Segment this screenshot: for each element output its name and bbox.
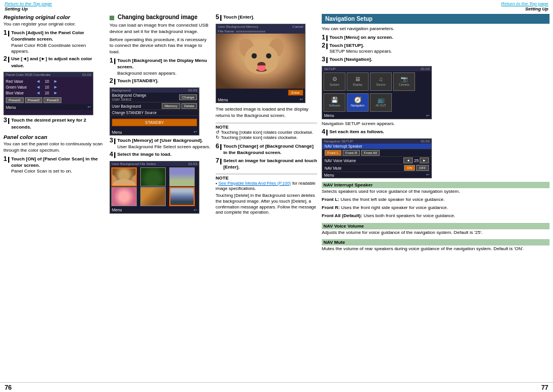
- source-icon-btn[interactable]: ♫ Source: [370, 72, 392, 91]
- rgb-back-arrow[interactable]: ↩: [88, 105, 91, 109]
- nav-step-3-title: Touch [Navigation].: [329, 57, 372, 62]
- col2-step-2-bar: [114, 79, 115, 85]
- front-all-body: Uses both front speakers for voice guida…: [363, 213, 455, 218]
- front-l-label: Front L:: [322, 197, 339, 202]
- col2-step-4-text: Select the image to load.: [117, 151, 211, 157]
- green-row: Green Value ◄ 10 ►: [6, 85, 91, 90]
- preset1-btn[interactable]: Preset1: [6, 97, 24, 103]
- panel-scan-body: You can set the panel color to continuou…: [3, 141, 105, 154]
- nav-mute-label: NAV Mute: [325, 166, 341, 170]
- rgb-screen-title: Panel Color RGB Coordinate: [6, 73, 50, 76]
- software-icon: 💾: [331, 97, 338, 103]
- col3-step-6-title: Touch [Change] of [Background Change] in…: [223, 144, 314, 155]
- bg-back-arrow[interactable]: ↩: [194, 130, 197, 134]
- front-all-btn[interactable]: Front All: [361, 150, 380, 156]
- blue-label: Blue Value: [6, 91, 35, 95]
- red-arrow-left[interactable]: ◄: [36, 79, 41, 84]
- blue-arrow-right[interactable]: ►: [53, 90, 58, 96]
- thumb-3-street[interactable]: [169, 167, 195, 186]
- dog-back-arrow[interactable]: ↩: [300, 97, 303, 102]
- rgb-screen-body: Red Value ◄ 10 ► Green Value ◄ 10 ► Blue…: [4, 77, 93, 104]
- preset3-btn[interactable]: Preset3: [43, 97, 61, 103]
- top-nav-right: Return to the Top page Setting Up: [501, 1, 548, 12]
- nav-step-3: 3 Touch [Navigation].: [322, 56, 550, 63]
- nav-mute-toggle: ON OFF: [404, 165, 429, 171]
- panel-scan-title: Panel color scan: [3, 134, 105, 140]
- volume-up-btn[interactable]: ►: [420, 157, 429, 163]
- note-item-3-text[interactable]: See Playable Media And Files (P.100): [219, 181, 291, 186]
- volume-down-btn[interactable]: ◄: [403, 157, 413, 163]
- column-1: Registering original color You can regis…: [3, 14, 105, 380]
- camera-icon-btn[interactable]: 📷 Camera: [393, 72, 415, 91]
- column-2: Changing background image You can load a…: [110, 14, 211, 380]
- col3-step-6: 6 Touch [Change] of [Background Change] …: [216, 143, 317, 156]
- red-arrow-right[interactable]: ►: [53, 79, 58, 84]
- col2-step-2: 2 Touch [STANDBY].: [110, 78, 211, 85]
- thumb-5-autumn[interactable]: [140, 187, 166, 206]
- setup-icons-row: ⚙ System 🖥 Display ♫ Source 📷 Camera: [322, 71, 431, 92]
- preset2-btn[interactable]: Preset2: [25, 97, 43, 103]
- nav-interrupt-row: NAV Interrupt Speaker: [322, 144, 431, 149]
- return-link-right[interactable]: Return to the Top page: [501, 1, 548, 6]
- scan-step-1: 1 Touch [ON] of [Panel Color Scan] in th…: [3, 156, 105, 175]
- main-content: Registering original color You can regis…: [0, 13, 553, 382]
- thumb-2-forest[interactable]: [140, 167, 166, 186]
- mute-on-btn[interactable]: ON: [404, 165, 415, 171]
- col2-step-3-title: Touch [Memory] of [User Background].: [117, 138, 203, 143]
- dog-face-img: [111, 174, 137, 186]
- mute-off-btn[interactable]: OFF: [416, 165, 429, 171]
- nav-setup-screen-title: Navigation SETUP: [324, 140, 353, 143]
- front-r-btn[interactable]: Front R: [343, 150, 360, 156]
- thumb-4-flower[interactable]: [111, 187, 137, 206]
- enter-btn[interactable]: Enter: [288, 90, 303, 96]
- rgb-coordinate-screen: Panel Color RGB Coordinate 01:03 Red Val…: [3, 72, 93, 115]
- navigation-icon-btn[interactable]: 🧭 Navigation: [347, 93, 369, 112]
- large-dog-image: [216, 34, 305, 89]
- return-link-left[interactable]: Return to the Top page: [5, 1, 52, 6]
- delete-btn[interactable]: Delete: [181, 103, 197, 109]
- green-arrow-right[interactable]: ►: [53, 85, 58, 90]
- navigation-icon: 🧭: [354, 97, 361, 103]
- nav-interrupt-label: NAV Interrupt Speaker: [325, 144, 362, 148]
- preset-bar: Preset1 Preset2 Preset3: [6, 97, 91, 103]
- memory-btn[interactable]: Memory: [162, 103, 180, 109]
- thumb-1-dog[interactable]: [111, 167, 137, 186]
- thumb-6-city[interactable]: [169, 187, 195, 206]
- large-dog-face: [238, 38, 285, 82]
- bg-menu-bar: Menu ↩: [110, 129, 199, 135]
- setup-back-arrow[interactable]: ↩: [426, 113, 430, 118]
- setup-icons-row-2: 💾 Software 🧭 Navigation 📺 AV OUT: [322, 92, 431, 113]
- page-right: 77: [541, 384, 548, 391]
- step-1-num: 1: [3, 30, 7, 36]
- file-back-arrow[interactable]: ↩: [194, 208, 197, 213]
- col2-intro2: Before operating this procedure, it is n…: [110, 37, 211, 56]
- user-background-label: User Background: [112, 104, 141, 108]
- step-2-title: Use [◄] and [►] to adjust each color val…: [11, 56, 92, 68]
- standby-btn[interactable]: STANDBY: [112, 119, 197, 126]
- dog-screen-cancel[interactable]: Cancel: [292, 25, 303, 28]
- file-menu-label: Menu: [112, 208, 122, 212]
- rgb-screen-header: Panel Color RGB Coordinate 01:03: [4, 72, 93, 77]
- col2-step-4-title: Select the image to load.: [117, 152, 172, 157]
- software-icon-btn[interactable]: 💾 Software: [323, 93, 345, 112]
- green-arrow-left[interactable]: ◄: [36, 85, 41, 90]
- nav-volume-label: NAV Voice Volume: [325, 159, 356, 163]
- bg-screen-title: Background: [112, 89, 130, 92]
- note-item-4: Touching [Delete] in the Background scre…: [216, 193, 317, 215]
- display-icon-btn[interactable]: 🖥 Display: [347, 72, 369, 91]
- blue-arrow-left[interactable]: ◄: [36, 90, 41, 96]
- col2-step-1-body: Background screen appears.: [117, 71, 211, 76]
- nav-setup-back-arrow[interactable]: ↩: [426, 173, 430, 177]
- col1-intro: You can register your original color.: [3, 21, 105, 28]
- nav-step-1-bar: [326, 35, 328, 41]
- nav-step-4-num: 4: [322, 129, 325, 135]
- step-2-num: 2: [3, 56, 7, 62]
- system-icon-btn[interactable]: ⚙ System: [323, 72, 345, 91]
- nav-interrupt-sublabel: NAV Interrupt Speaker: [322, 182, 550, 188]
- avout-icon-btn[interactable]: 📺 AV OUT: [370, 93, 392, 112]
- col2-step-1: 1 Touch [Background] in the Display Menu…: [110, 57, 211, 76]
- note-item-1: ↺ Touching [rotate icon] rotates counter…: [216, 130, 317, 135]
- nav-step-4-text: Set each item as follows.: [329, 129, 550, 135]
- front-l-btn[interactable]: Front L: [325, 150, 341, 156]
- bg-change-btn[interactable]: Change: [179, 94, 197, 100]
